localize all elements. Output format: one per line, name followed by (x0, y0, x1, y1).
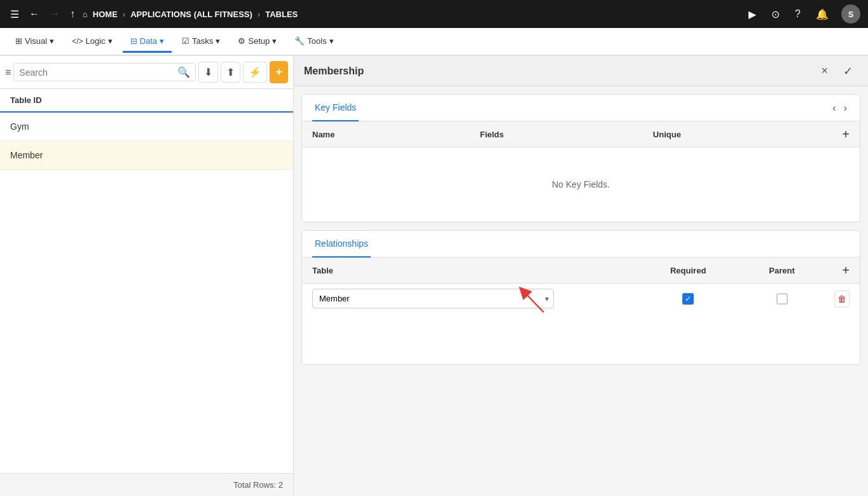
left-panel-footer: Total Rows: 2 (0, 473, 293, 496)
breadcrumb-app[interactable]: APPLICATIONS (ALL FITNESS) (130, 10, 252, 19)
back-button[interactable]: ← (27, 6, 42, 22)
rel-table-col: Table (302, 258, 637, 284)
export-button[interactable]: ⬆ (221, 62, 240, 83)
rel-table-cell: Member Gym ▾ (302, 284, 637, 314)
add-relationship-button[interactable]: + (842, 264, 850, 277)
top-nav: ☰ ← → ↑ ⌂ HOME › APPLICATIONS (ALL FITNE… (0, 0, 868, 28)
secondary-nav: ⊞ Visual ▾ </> Logic ▾ ⊟ Data ▾ ☑ Tasks … (0, 28, 868, 56)
visual-dropdown-icon: ▾ (50, 36, 54, 46)
table-item-gym[interactable]: Gym (0, 113, 293, 141)
main-layout: ≡ 🔍 ⬇ ⬆ ⚡ + Table ID Gym Member Total Ro… (0, 56, 868, 496)
search-container: 🔍 (13, 63, 196, 81)
home-icon: ⌂ (83, 10, 88, 19)
breadcrumb-sep-2: › (258, 10, 260, 19)
rel-required-cell: ✓ (637, 284, 740, 314)
key-fields-empty: No Key Fields. (302, 148, 860, 222)
setup-icon: ⚙ (238, 36, 245, 46)
import-button[interactable]: ⬇ (198, 62, 218, 83)
breadcrumb-home[interactable]: HOME (93, 10, 118, 19)
parent-checkbox[interactable] (776, 293, 788, 305)
setup-dropdown-icon: ▾ (272, 36, 277, 46)
table-select[interactable]: Member Gym (312, 289, 554, 308)
tab-visual-label: Visual (25, 36, 47, 46)
data-dropdown-icon: ▾ (160, 36, 164, 46)
tasks-dropdown-icon: ▾ (216, 36, 220, 46)
next-arrow-button[interactable]: › (841, 100, 850, 116)
forward-button[interactable]: → (47, 6, 62, 22)
avatar[interactable]: S (841, 4, 860, 24)
key-fields-table: Name Fields Unique + No Key Fields. (302, 121, 860, 222)
prev-arrow-button[interactable]: ‹ (830, 100, 838, 116)
up-button[interactable]: ↑ (67, 6, 78, 22)
relationships-table: Table Required Parent + (302, 258, 860, 313)
add-table-button[interactable]: + (270, 61, 288, 83)
key-fields-fields-col: Fields (470, 121, 643, 148)
add-key-field-button[interactable]: + (842, 128, 850, 141)
visual-icon: ⊞ (15, 36, 22, 46)
key-fields-add-col: + (832, 121, 860, 148)
key-fields-unique-col: Unique (643, 121, 832, 148)
right-panel-header: Membership × ✓ (294, 56, 868, 86)
hamburger-menu-button[interactable]: ☰ (8, 6, 22, 23)
filter-icon: ≡ (5, 67, 11, 78)
tasks-icon: ☑ (182, 36, 189, 46)
table-item-member[interactable]: Member (0, 141, 293, 170)
tab-logic[interactable]: </> Logic ▾ (64, 31, 120, 53)
key-fields-name-col: Name (302, 121, 470, 148)
search-input[interactable] (19, 67, 177, 78)
total-rows-label: Total Rows: 2 (233, 480, 283, 490)
notification-button[interactable]: 🔔 (813, 6, 831, 23)
relationships-section: Relationships Table Required Parent + (301, 230, 860, 365)
rel-delete-cell: 🗑 (824, 284, 860, 314)
key-fields-empty-message: No Key Fields. (312, 154, 850, 215)
data-icon: ⊟ (130, 36, 137, 46)
right-panel: Membership × ✓ Key Fields ‹ › (294, 56, 868, 496)
relationships-tabs: Relationships (302, 231, 860, 258)
confirm-button[interactable]: ✓ (838, 62, 858, 81)
rel-add-col: + (824, 258, 860, 284)
top-nav-left: ☰ ← → ↑ ⌂ HOME › APPLICATIONS (ALL FITNE… (8, 6, 741, 23)
table-id-header: Table ID (0, 89, 293, 113)
breadcrumb-sep-1: › (123, 10, 125, 19)
top-nav-right: ▶ ⊙ ? 🔔 S (746, 4, 860, 24)
left-panel: ≡ 🔍 ⬇ ⬆ ⚡ + Table ID Gym Member Total Ro… (0, 56, 294, 496)
rel-required-col: Required (637, 258, 740, 284)
table-row: Member Gym ▾ (302, 284, 860, 314)
rel-parent-col: Parent (740, 258, 824, 284)
delete-relationship-button[interactable]: 🗑 (834, 291, 850, 307)
logic-icon: </> (72, 37, 83, 46)
tab-data-label: Data (140, 36, 157, 46)
required-checkbox[interactable]: ✓ (682, 293, 694, 305)
tab-tools[interactable]: 🔧 Tools ▾ (287, 31, 341, 53)
search-button[interactable]: ⊙ (769, 6, 782, 23)
tools-dropdown-icon: ▾ (329, 36, 334, 46)
rel-parent-cell (740, 284, 824, 314)
panel-title: Membership (304, 65, 364, 77)
panel-header-actions: × ✓ (816, 62, 858, 81)
breadcrumb: ⌂ HOME › APPLICATIONS (ALL FITNESS) › TA… (83, 10, 298, 19)
tab-tools-label: Tools (307, 36, 326, 46)
tab-visual[interactable]: ⊞ Visual ▾ (8, 31, 62, 53)
tab-data[interactable]: ⊟ Data ▾ (123, 31, 172, 53)
lightning-button[interactable]: ⚡ (243, 62, 267, 83)
tab-setup-label: Setup (248, 36, 270, 46)
tab-relationships[interactable]: Relationships (312, 231, 371, 258)
relationships-empty-space (302, 313, 860, 364)
key-fields-tabs: Key Fields ‹ › (302, 95, 860, 121)
breadcrumb-tables[interactable]: TABLES (265, 10, 298, 19)
key-fields-section: Key Fields ‹ › Name Fields Unique + (301, 94, 860, 223)
tab-tasks[interactable]: ☑ Tasks ▾ (174, 31, 228, 53)
tab-logic-label: Logic (86, 36, 106, 46)
table-select-wrapper: Member Gym ▾ (312, 289, 554, 308)
right-panel-content: Key Fields ‹ › Name Fields Unique + (294, 86, 868, 496)
tab-tasks-label: Tasks (192, 36, 213, 46)
tab-key-fields[interactable]: Key Fields (312, 95, 359, 121)
help-button[interactable]: ? (792, 6, 803, 22)
logic-dropdown-icon: ▾ (108, 36, 113, 46)
search-magnify-icon: 🔍 (177, 66, 190, 78)
play-button[interactable]: ▶ (746, 6, 759, 23)
left-toolbar: ≡ 🔍 ⬇ ⬆ ⚡ + (0, 56, 293, 89)
tab-setup[interactable]: ⚙ Setup ▾ (230, 31, 284, 53)
key-fields-nav: ‹ › (830, 100, 850, 116)
close-button[interactable]: × (816, 62, 833, 81)
